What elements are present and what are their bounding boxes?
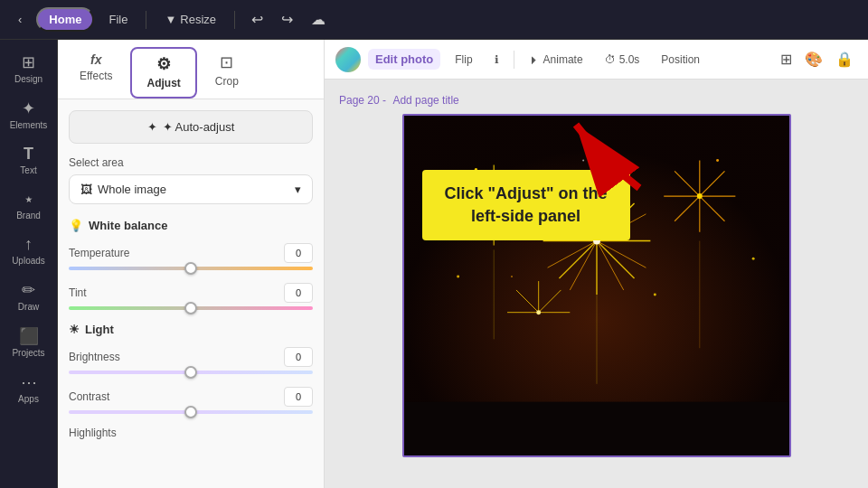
tint-value[interactable]: 0 (284, 283, 313, 303)
design-icon: ⊞ (22, 52, 35, 72)
position-label: Position (661, 53, 700, 66)
adjust-tab-label: Adjust (146, 77, 180, 89)
lock-icon: 🔒 (835, 52, 854, 67)
sidebar-label-brand: Brand (16, 211, 41, 221)
file-button[interactable]: File (101, 9, 135, 30)
contrast-thumb[interactable] (184, 406, 197, 418)
brightness-label: Brightness (69, 351, 120, 363)
flip-button[interactable]: Flip (448, 50, 479, 70)
elements-icon: ✦ (22, 99, 35, 118)
topbar: ‹ Home File ▼ Resize ↩ ↪ ☁ (0, 0, 868, 40)
sidebar-icons: ⊞ Design ✦ Elements T Text ⭑ Brand ↑ Upl… (0, 40, 58, 488)
clock-icon: ⏱ (605, 53, 616, 66)
brightness-track[interactable] (69, 371, 313, 374)
contrast-value[interactable]: 0 (284, 387, 313, 407)
undo-button[interactable]: ↩ (246, 7, 269, 32)
cloud-save-button[interactable]: ☁ (306, 7, 331, 32)
select-area-icon: 🖼 (80, 183, 92, 196)
file-label: File (108, 13, 127, 26)
temperature-value[interactable]: 0 (284, 243, 313, 263)
tab-effects[interactable]: fx Effects (65, 47, 127, 99)
tint-label: Tint (69, 286, 87, 299)
white-balance-header: 💡 White balance (69, 219, 313, 232)
auto-adjust-label: ✦ Auto-adjust (163, 120, 235, 134)
svg-point-45 (716, 159, 719, 162)
style-icon: 🎨 (805, 52, 823, 67)
draw-icon: ✏ (22, 280, 35, 300)
light-label: Light (85, 323, 114, 336)
chevron-down-icon: ▾ (295, 183, 301, 196)
svg-point-46 (653, 293, 656, 296)
info-icon: ℹ (495, 53, 499, 66)
color-picker-button[interactable] (335, 47, 361, 72)
duration-button[interactable]: ⏱ 5.0s (598, 50, 647, 70)
white-balance-icon: 💡 (69, 219, 83, 232)
toolbar-right: ⊞ 🎨 🔒 (777, 47, 857, 71)
back-button[interactable]: ‹ (11, 9, 29, 30)
contrast-track[interactable] (69, 410, 313, 414)
uploads-icon: ↑ (24, 235, 33, 254)
select-area-dropdown[interactable]: 🖼 Whole image ▾ (69, 174, 313, 204)
temperature-thumb[interactable] (184, 262, 197, 275)
temperature-track[interactable] (69, 267, 313, 270)
style-button[interactable]: 🎨 (801, 47, 826, 71)
position-button[interactable]: Position (654, 50, 707, 70)
sidebar-item-brand[interactable]: ⭑ Brand (4, 184, 54, 226)
lock-button[interactable]: 🔒 (832, 47, 857, 71)
effects-tab-icon: fx (90, 52, 101, 67)
animate-icon: ⏵ (529, 53, 540, 66)
svg-point-48 (751, 258, 754, 260)
toolbar-sep-1 (514, 51, 514, 69)
sidebar-item-design[interactable]: ⊞ Design (4, 47, 54, 89)
sidebar-item-elements[interactable]: ✦ Elements (4, 93, 54, 136)
panel-content: ✦ ✦ Auto-adjust Select area 🖼 Whole imag… (58, 99, 324, 488)
tab-crop[interactable]: ⊡ Crop (201, 47, 253, 99)
auto-adjust-icon: ✦ (147, 120, 157, 134)
page-number: Page 20 - (339, 94, 386, 107)
divider-2 (234, 11, 235, 29)
tint-row: Tint 0 (69, 283, 313, 310)
add-page-title[interactable]: Add page title (392, 94, 458, 107)
tint-thumb[interactable] (184, 302, 197, 314)
sidebar-item-projects[interactable]: ⬛ Projects (4, 321, 54, 363)
svg-rect-2 (404, 402, 788, 455)
light-icon: ☀ (69, 323, 80, 336)
transparency-button[interactable]: ⊞ (777, 47, 796, 71)
sidebar-item-apps[interactable]: ⋯ Apps (4, 367, 54, 409)
sidebar-item-draw[interactable]: ✏ Draw (4, 275, 54, 317)
sidebar-label-text: Text (20, 165, 36, 175)
adjust-tab-icon: ⚙ (156, 54, 171, 74)
white-balance-label: White balance (89, 219, 167, 232)
divider-1 (146, 11, 146, 29)
brightness-thumb[interactable] (184, 366, 197, 379)
tool-tabs: fx Effects ⚙ Adjust ⊡ Crop (58, 40, 324, 99)
tint-track[interactable] (69, 306, 313, 310)
contrast-row: Contrast 0 (69, 387, 313, 414)
crop-tab-icon: ⊡ (220, 52, 233, 72)
svg-point-47 (457, 276, 459, 278)
duration-label: 5.0s (619, 53, 640, 66)
tab-adjust[interactable]: ⚙ Adjust (130, 47, 196, 99)
home-label: Home (49, 13, 81, 26)
crop-tab-label: Crop (215, 75, 239, 88)
edit-photo-button[interactable]: Edit photo (368, 49, 440, 70)
auto-adjust-button[interactable]: ✦ ✦ Auto-adjust (69, 110, 313, 144)
light-header: ☀ Light (69, 323, 313, 336)
resize-button[interactable]: ▼ Resize (157, 9, 223, 30)
canvas-content: Page 20 - Add page title (325, 80, 868, 488)
temperature-row: Temperature 0 (69, 243, 313, 270)
home-button[interactable]: Home (36, 7, 94, 32)
red-arrow-svg (549, 114, 657, 197)
brightness-value[interactable]: 0 (284, 347, 313, 367)
sidebar-label-projects: Projects (12, 348, 44, 358)
sidebar-item-uploads[interactable]: ↑ Uploads (4, 230, 54, 271)
projects-icon: ⬛ (19, 326, 39, 346)
info-button[interactable]: ℹ (487, 50, 506, 70)
animate-label: Animate (543, 53, 583, 66)
transparency-icon: ⊞ (780, 52, 792, 67)
sidebar-item-text[interactable]: T Text (4, 139, 54, 181)
sidebar-label-design: Design (14, 74, 42, 84)
animate-button[interactable]: ⏵ Animate (522, 50, 590, 70)
redo-button[interactable]: ↪ (276, 7, 298, 32)
canvas-toolbar: Edit photo Flip ℹ ⏵ Animate ⏱ 5.0s Posit… (325, 40, 868, 80)
